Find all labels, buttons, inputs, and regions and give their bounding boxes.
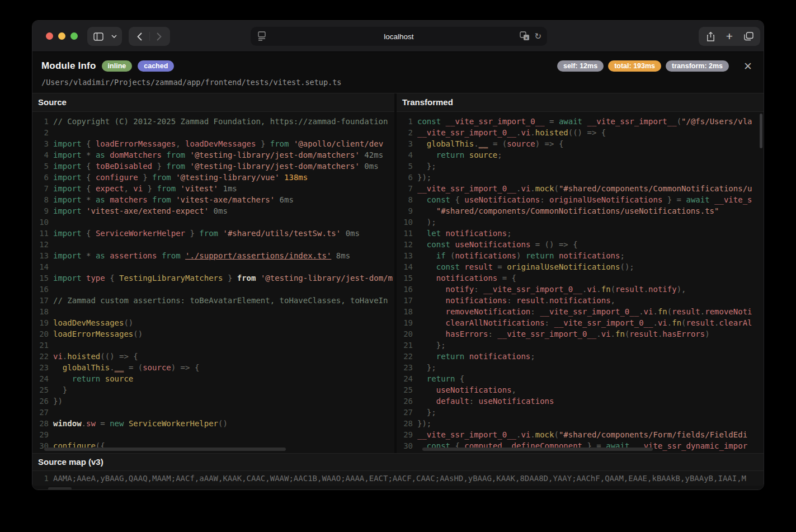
address-bar[interactable]: localhost x ↻ (251, 27, 547, 46)
line-number: 24 (32, 373, 49, 384)
code-line: 28window.sw = new ServiceWorkerHelper() (32, 418, 394, 429)
line-number: 14 (32, 261, 49, 272)
module-info-header: Module Info inline cached self: 12ms tot… (32, 52, 764, 93)
code-line: 17// Zammad custom assertions: toBeAvata… (32, 295, 394, 306)
line-number: 2 (32, 127, 49, 138)
line-number: 13 (397, 250, 413, 261)
sidebar-toggle-button[interactable] (87, 27, 122, 46)
new-tab-icon[interactable]: + (720, 27, 739, 46)
line-number: 11 (397, 228, 413, 239)
code-line: 29__vite_ssr_import_0__.vi.mock("#shared… (397, 429, 764, 440)
forward-icon[interactable] (150, 27, 169, 46)
self-time-badge: self: 12ms (557, 60, 604, 72)
close-icon[interactable]: ✕ (741, 60, 755, 73)
source-code: 1// Copyright (C) 2012-2025 Zammad Found… (32, 112, 394, 451)
transformed-panel: Transformed 1const __vite_ssr_import_0__… (397, 93, 764, 453)
source-horizontal-scrollbar[interactable] (44, 448, 286, 451)
close-window-button[interactable] (46, 32, 53, 40)
sidebar-icon (89, 27, 108, 46)
line-number: 3 (397, 138, 413, 149)
code-line: 16 (32, 284, 394, 295)
browser-window: localhost x ↻ + (32, 20, 764, 490)
line-number: 8 (397, 194, 413, 205)
line-number: 17 (397, 295, 413, 306)
line-number: 18 (32, 306, 49, 317)
line-number: 27 (397, 407, 413, 418)
code-line: 20 hasErrors: __vite_ssr_import_0__.vi.f… (397, 328, 764, 340)
code-line: 5import { toBeDisabled } from '@testing-… (32, 161, 394, 172)
code-line: 12 (32, 239, 394, 250)
code-line: 23 }; (397, 362, 764, 373)
source-map-title: Source map (v3) (32, 454, 764, 471)
code-line: 14 (32, 261, 394, 272)
line-number: 2 (397, 127, 413, 138)
tab-overview-icon[interactable] (739, 27, 758, 46)
line-number: 16 (397, 284, 413, 295)
code-line: 14 const result = originalUseNotificatio… (397, 261, 764, 272)
code-line: 18 (32, 306, 394, 317)
code-line: 9import 'vitest-axe/extend-expect' 0ms (32, 205, 394, 216)
line-number: 30 (397, 440, 413, 451)
line-number: 20 (397, 328, 413, 340)
line-number: 21 (397, 340, 413, 351)
cached-badge: cached (138, 60, 174, 72)
minimize-window-button[interactable] (58, 32, 65, 40)
code-line: 27 (32, 407, 394, 418)
translate-icon[interactable]: x (520, 31, 530, 41)
code-line: 13 if (notifications) return notificatio… (397, 250, 764, 261)
code-line: 28}); (397, 418, 764, 429)
source-panel: Source 1// Copyright (C) 2012-2025 Zamma… (32, 93, 397, 453)
code-line: 2 (32, 127, 394, 138)
line-number: 28 (397, 418, 413, 429)
line-number: 26 (397, 396, 413, 407)
code-line: 15import type { TestingLibraryMatchers }… (32, 272, 394, 284)
page-title: Module Info (41, 60, 96, 72)
reload-icon[interactable]: ↻ (534, 31, 541, 41)
share-icon[interactable] (701, 27, 720, 46)
code-line: 9 "#shared/components/CommonNotification… (397, 205, 764, 216)
line-number: 27 (32, 407, 49, 418)
line-number: 23 (397, 362, 413, 373)
line-number: 6 (32, 172, 49, 183)
line-number: 1 (32, 116, 49, 127)
browser-toolbar: localhost x ↻ + (32, 21, 764, 52)
source-map-scrollbar[interactable] (48, 487, 72, 490)
traffic-lights (46, 32, 78, 40)
chevron-down-icon[interactable] (108, 27, 120, 46)
line-number: 12 (32, 239, 49, 250)
line-number: 5 (397, 161, 413, 172)
svg-text:x: x (525, 36, 528, 40)
code-line: 19 clearAllNotifications: __vite_ssr_imp… (397, 317, 764, 328)
line-number: 1 (397, 116, 413, 127)
transformed-vertical-scrollbar[interactable] (760, 114, 762, 148)
code-line: 20loadErrorMessages() (32, 328, 394, 340)
transformed-horizontal-scrollbar[interactable] (422, 448, 653, 451)
code-line: 26 default: useNotifications (397, 396, 764, 407)
code-line: 8import * as matchers from 'vitest-axe/m… (32, 194, 394, 205)
back-icon[interactable] (130, 27, 149, 46)
line-number: 9 (32, 205, 49, 216)
zoom-window-button[interactable] (70, 32, 78, 40)
code-line: 22vi.hoisted(() => { (32, 351, 394, 362)
code-line: 23 globalThis.__ = (source) => { (32, 362, 394, 373)
line-number: 10 (397, 216, 413, 228)
url-text[interactable]: localhost (251, 32, 547, 41)
line-number: 25 (32, 384, 49, 396)
line-number: 19 (32, 317, 49, 328)
source-map-line: 1 AAMA;AAeA,yBAAG,QAAQ,MAAM;AACf,aAAW,KA… (32, 471, 764, 486)
source-map-line-number: 1 (32, 471, 49, 486)
line-number: 6 (397, 172, 413, 183)
code-line: 12 const useNotifications = () => { (397, 239, 764, 250)
code-line: 6import { configure } from '@testing-lib… (32, 172, 394, 183)
code-line: 11 let notifications; (397, 228, 764, 239)
code-line: 6}); (397, 172, 764, 183)
code-line: 1const __vite_ssr_import_0__ = await __v… (397, 116, 764, 127)
module-link[interactable]: './support/assertions/index.ts' (185, 251, 331, 260)
total-time-badge: total: 193ms (608, 60, 661, 72)
source-map-section: Source map (v3) 1 AAMA;AAeA,yBAAG,QAAQ,M… (32, 453, 764, 490)
code-line: 15 notifications = { (397, 272, 764, 284)
code-line: 4import * as domMatchers from '@testing-… (32, 149, 394, 161)
code-line: 19loadDevMessages() (32, 317, 394, 328)
code-line: 26}) (32, 396, 394, 407)
code-line: 25 } (32, 384, 394, 396)
